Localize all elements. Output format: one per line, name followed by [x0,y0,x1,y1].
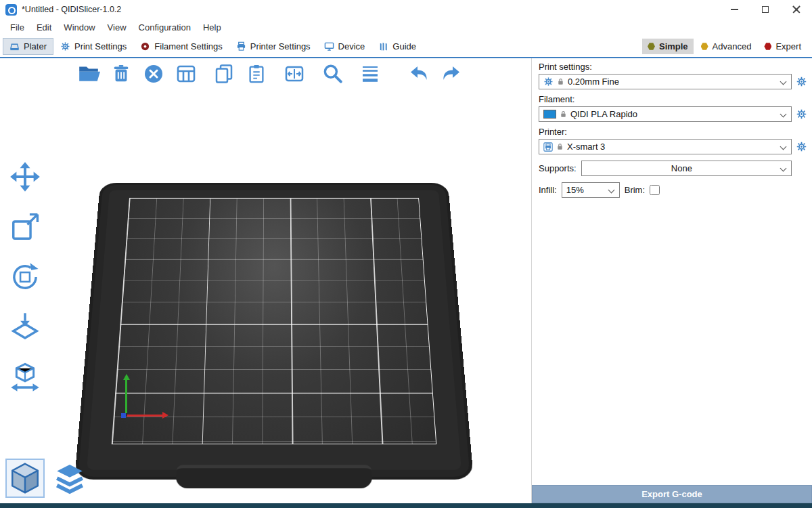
open-button[interactable] [76,61,102,87]
measure-tool-button[interactable] [8,360,42,394]
mode-expert[interactable]: Expert [759,39,807,54]
printer-combo[interactable]: X-smart 3 [539,139,792,154]
brim-checkbox[interactable] [650,185,660,195]
export-gcode-button[interactable]: Export G-code [532,485,812,503]
mode-simple[interactable]: Simple [642,39,694,54]
x-axis-arrow [162,412,168,419]
undo-button[interactable] [406,61,432,87]
profile-gear-icon [543,77,554,87]
gear-icon [796,108,807,120]
printer-icon [236,41,246,51]
move-icon [9,161,41,192]
gizmo-toolbar [8,160,42,394]
layers-icon [359,63,381,85]
tab-guide[interactable]: Guide [371,38,423,55]
filament-spool-icon [140,41,150,51]
move-tool-button[interactable] [8,160,42,194]
gear-icon [796,141,807,152]
delete-button[interactable] [108,61,134,87]
print-bed[interactable] [74,183,474,480]
advanced-mode-icon [701,43,708,50]
print-settings-label: Print settings: [539,62,808,72]
z-axis-marker [121,413,126,418]
lock-icon [556,142,564,151]
chevron-down-icon [780,79,787,85]
menu-window[interactable]: Window [58,20,101,35]
minimize-icon [731,9,738,10]
chevron-down-icon [780,144,787,150]
filament-gear-button[interactable] [795,108,808,121]
search-button[interactable] [319,61,345,87]
print-settings-gear-button[interactable] [795,75,808,88]
preview-layers-icon [53,461,87,495]
arrange-button[interactable] [173,61,199,87]
title-bar: *Untitled - QIDISlicer-1.0.2 [0,0,812,19]
mode-advanced[interactable]: Advanced [696,39,757,54]
filament-label: Filament: [539,94,808,104]
menu-file[interactable]: File [4,20,30,35]
redo-button[interactable] [438,61,464,87]
3d-editor-view-button[interactable] [5,459,45,498]
paste-button[interactable] [244,61,269,87]
infill-value: 15% [566,185,584,195]
maximize-button[interactable] [750,0,781,19]
bed-handle [175,465,372,488]
place-on-face-tool-button[interactable] [8,310,42,344]
3d-viewport[interactable] [0,58,531,503]
view-toolbar [5,459,89,498]
device-monitor-icon [324,41,334,51]
close-button[interactable] [781,0,812,19]
tab-filament-settings-label: Filament Settings [154,41,222,51]
settings-sidebar: Print settings: 0.20mm Fine Filament: QI… [531,58,812,503]
delete-all-icon [143,63,164,85]
tab-printer-settings-label: Printer Settings [250,41,311,51]
open-folder-icon [77,62,100,85]
menu-edit[interactable]: Edit [30,20,58,35]
copy-button[interactable] [211,61,237,87]
tab-device[interactable]: Device [317,38,372,55]
minimize-button[interactable] [719,0,750,19]
menu-help[interactable]: Help [197,20,227,35]
print-settings-value: 0.20mm Fine [568,77,619,87]
rotate-tool-button[interactable] [8,260,42,294]
variable-layer-height-button[interactable] [357,61,383,87]
supports-label: Supports: [539,163,577,173]
redo-icon [440,63,463,85]
lock-icon [560,110,567,119]
rotate-icon [9,261,41,293]
scale-tool-button[interactable] [8,210,42,244]
app-icon [5,4,17,16]
tab-filament-settings[interactable]: Filament Settings [133,38,229,55]
gear-icon [796,76,807,87]
printer-icon [543,142,553,152]
paste-icon [246,63,267,85]
undo-icon [407,63,430,85]
filament-combo[interactable]: QIDI PLA Rapido [539,106,792,122]
window-title: *Untitled - QIDISlicer-1.0.2 [22,5,121,14]
window-controls [719,0,812,19]
chevron-down-icon [780,165,787,172]
infill-label: Infill: [539,185,557,195]
main-area: Print settings: 0.20mm Fine Filament: QI… [0,58,812,503]
tab-plater[interactable]: Plater [3,38,53,55]
mode-simple-label: Simple [659,41,688,51]
supports-combo[interactable]: None [581,161,792,176]
split-icon [284,63,305,85]
copy-icon [213,63,235,85]
tab-print-settings[interactable]: Print Settings [53,38,133,55]
mode-expert-label: Expert [775,41,801,51]
expert-mode-icon [764,43,771,50]
arrange-icon [175,63,197,85]
split-button[interactable] [281,61,307,87]
menu-configuration[interactable]: Configuration [133,20,197,35]
print-settings-combo[interactable]: 0.20mm Fine [539,74,792,89]
infill-combo[interactable]: 15% [562,182,620,198]
delete-all-button[interactable] [141,61,166,87]
tab-printer-settings[interactable]: Printer Settings [229,38,317,55]
bed-frame [74,183,474,480]
menu-view[interactable]: View [102,20,133,35]
filament-value: QIDI PLA Rapido [570,109,637,119]
printer-gear-button[interactable] [795,140,808,153]
x-axis-line [127,415,164,417]
preview-view-button[interactable] [50,459,89,498]
